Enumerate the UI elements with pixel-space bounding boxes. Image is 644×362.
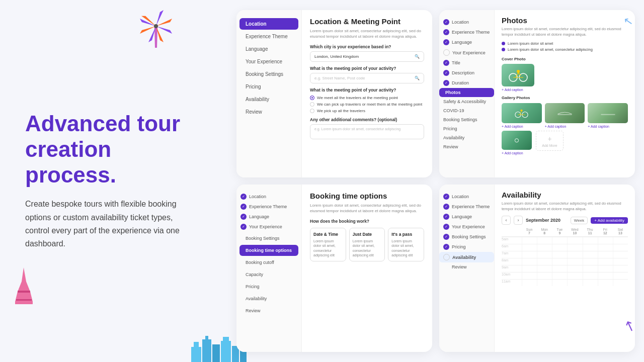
sidebar-location[interactable]: ✓ Location <box>439 17 494 27</box>
check-grey <box>443 49 450 56</box>
bk-availability[interactable]: Availability <box>239 293 298 304</box>
cal-days-header: Sun7 Mon8 Tue9 Wed10 Thu11 Fri12 Sat13 <box>502 228 628 235</box>
cal-row-6am: 6am <box>502 244 628 251</box>
av-check <box>443 254 450 260</box>
radio-dot-2 <box>310 102 314 107</box>
sidebar-safety[interactable]: Safety & Accessibility <box>439 97 494 106</box>
check-dot-2: ✓ <box>443 29 449 35</box>
av-review[interactable]: Review <box>439 262 494 272</box>
availability-card: ✓ Location ✓ Experience Theme ✓ Language… <box>439 185 635 352</box>
time-5am: 5am <box>502 237 522 244</box>
av-exp-theme[interactable]: ✓ Experience Theme <box>439 202 494 212</box>
gallery-caption-3[interactable]: + Add caption <box>588 125 628 128</box>
av-pricing[interactable]: ✓ Pricing <box>439 242 494 252</box>
nav-language[interactable]: Language <box>239 43 298 55</box>
radio-item-3[interactable]: We pick up all the travelers <box>310 109 424 113</box>
option-date-time[interactable]: Date & Time Lorem ipsum dolor sit amet, … <box>310 228 346 261</box>
cal-row-7am: 7am <box>502 251 628 258</box>
sidebar-avail-p[interactable]: Availability <box>439 133 494 142</box>
av-dot-1: ✓ <box>443 194 449 200</box>
sidebar-your-exp[interactable]: Your Experience <box>439 47 494 58</box>
av-dot-6: ✓ <box>443 244 449 250</box>
radio-item-1[interactable]: We meet all the travelers at the meeting… <box>310 96 424 100</box>
sidebar-pricing-p[interactable]: Pricing <box>439 124 494 133</box>
svg-rect-12 <box>15 302 33 304</box>
bk-booking-time[interactable]: Booking time options <box>239 245 298 256</box>
svg-marker-0 <box>154 28 157 48</box>
sidebar-photos[interactable]: Photos <box>439 88 494 97</box>
sidebar-title-item[interactable]: ✓ Title <box>439 58 494 68</box>
cover-photo-thumb: + Add caption <box>502 64 534 92</box>
sidebar-duration[interactable]: ✓ Duration <box>439 78 494 88</box>
comments-textarea[interactable]: e.g. Lorem ipsum dolor sit amet, consect… <box>310 124 424 139</box>
radio-item-2[interactable]: We can pick up travelers or meet them at… <box>310 102 424 107</box>
sidebar-covid[interactable]: COVID-19 <box>439 106 494 115</box>
check-dot-3: ✓ <box>443 39 449 45</box>
sidebar-review-p[interactable]: Review <box>439 142 494 151</box>
sidebar-lang[interactable]: ✓ Language <box>439 37 494 47</box>
sidebar-booking-s[interactable]: Booking Settings <box>439 115 494 124</box>
cal-week-button[interactable]: Week <box>571 217 588 224</box>
gallery-caption-2[interactable]: + Add caption <box>545 125 585 128</box>
option-just-date[interactable]: Just Date Lorem ipsum dolor sit amet, co… <box>349 228 385 261</box>
option-pass[interactable]: It's a pass Lorem ipsum dolor sit amet, … <box>388 228 424 261</box>
left-panel: Advanced tour creation process. Create b… <box>0 0 231 362</box>
location-sidebar: Location Experience Theme Language Your … <box>236 10 302 177</box>
bullet-1: Lorem ipsum dolor sit amet <box>502 41 628 46</box>
bk-pricing[interactable]: Pricing <box>239 281 298 292</box>
cal-next-button[interactable]: › <box>514 216 523 225</box>
svg-rect-16 <box>194 342 199 347</box>
sidebar-exp-theme[interactable]: ✓ Experience Theme <box>439 27 494 37</box>
check-dot: ✓ <box>443 19 449 25</box>
av-location[interactable]: ✓ Location <box>439 192 494 202</box>
cal-grid: 5am 6am 7am <box>502 236 628 286</box>
windmill-decoration <box>136 5 176 50</box>
booking-options: Date & Time Lorem ipsum dolor sit amet, … <box>310 228 424 261</box>
gallery-grid: + Add caption + Add caption <box>502 103 628 128</box>
bk-your-exp[interactable]: ✓ Your Experience <box>236 222 301 232</box>
bullet-list: Lorem ipsum dolor sit amet Lorem ipsum d… <box>502 41 628 52</box>
cal-month-label: September 2020 <box>526 218 568 223</box>
av-booking-s[interactable]: ✓ Booking Settings <box>439 232 494 242</box>
cal-add-button[interactable]: + Add availability <box>591 217 628 224</box>
nav-review[interactable]: Review <box>239 106 298 118</box>
meeting-input[interactable]: e.g. Street Name, Post code 🔍 <box>310 73 424 83</box>
sidebar-desc[interactable]: ✓ Description <box>439 68 494 78</box>
nav-experience-theme[interactable]: Experience Theme <box>239 31 298 42</box>
nav-booking-settings[interactable]: Booking Settings <box>239 68 298 80</box>
nav-your-experience[interactable]: Your Experience <box>239 56 298 67</box>
nav-availability[interactable]: Availability <box>239 94 298 105</box>
av-your-exp[interactable]: ✓ Your Experience <box>439 222 494 232</box>
search-icon: 🔍 <box>415 54 420 59</box>
cover-add-caption[interactable]: + Add caption <box>502 88 534 92</box>
city-label: Which city is your experience based in? <box>310 44 424 49</box>
gallery-caption-1[interactable]: + Add caption <box>502 125 542 128</box>
meeting-point-label: What is the meeting point of your activi… <box>310 87 424 93</box>
gallery-caption-4[interactable]: + Add caption <box>502 151 532 155</box>
bk-booking-settings[interactable]: Booking Settings <box>239 233 298 244</box>
cal-row-9am: 9am <box>502 265 628 272</box>
bk-booking-cutoff[interactable]: Booking cutoff <box>239 257 298 268</box>
option-p-title: It's a pass <box>391 232 421 237</box>
option-jd-desc: Lorem ipsum dolor sit amet, consectetur … <box>353 239 382 257</box>
add-more-button[interactable]: + Add More <box>536 131 564 151</box>
bk-language[interactable]: ✓ Language <box>236 212 301 222</box>
bk-dot-2: ✓ <box>240 204 247 210</box>
cal-prev-button[interactable]: ‹ <box>502 216 511 225</box>
bk-exp-theme[interactable]: ✓ Experience Theme <box>236 202 301 212</box>
bullet-dot-2 <box>502 48 505 51</box>
bk-review[interactable]: Review <box>239 305 298 316</box>
av-language[interactable]: ✓ Language <box>439 212 494 222</box>
nav-location[interactable]: Location <box>239 18 298 30</box>
check-dot-6: ✓ <box>443 80 449 86</box>
svg-rect-18 <box>205 336 208 340</box>
city-input[interactable]: London, United Kingdom 🔍 <box>310 51 424 62</box>
eiffel-decoration <box>10 266 38 307</box>
av-dot-4: ✓ <box>443 224 449 230</box>
nav-pricing[interactable]: Pricing <box>239 81 298 93</box>
av-availability[interactable]: Availability <box>439 252 494 262</box>
bk-capacity[interactable]: Capacity <box>239 269 298 280</box>
svg-point-39 <box>515 139 518 142</box>
booking-sidebar: ✓ Location ✓ Experience Theme ✓ Language… <box>236 185 302 352</box>
bk-location[interactable]: ✓ Location <box>236 192 301 202</box>
